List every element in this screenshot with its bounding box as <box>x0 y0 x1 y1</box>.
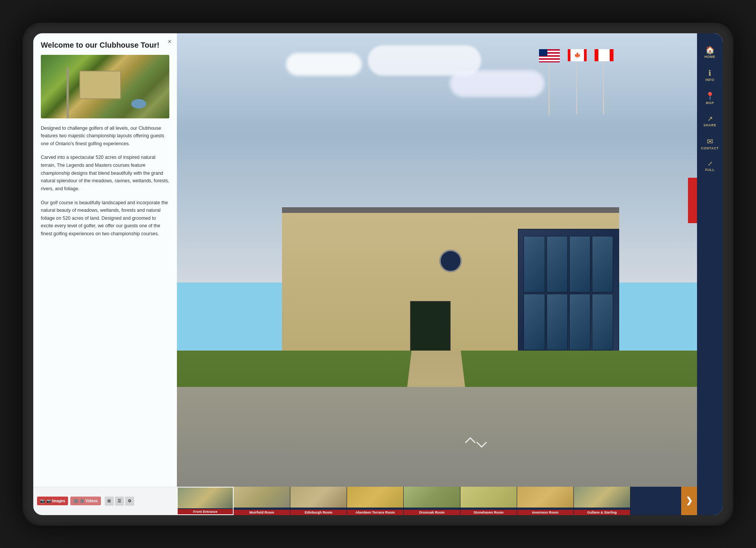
thumb-image-3 <box>290 487 347 508</box>
glass-panel <box>569 236 590 292</box>
flag-pole-2 <box>567 45 587 114</box>
contact-icon: ✉ <box>707 138 713 145</box>
thumb-image-6 <box>460 487 517 508</box>
thumb-gullane[interactable]: Gullane & Sterling <box>574 487 631 515</box>
glass-panel <box>569 294 590 350</box>
videos-button[interactable]: 🎥 🎥 Videos <box>70 497 101 505</box>
tablet-screen: × Welcome to our Clubhouse Tour! Designe… <box>33 33 723 515</box>
sidebar-item-full[interactable]: ⤢ FULL <box>697 155 723 177</box>
glass-panel <box>592 236 613 292</box>
thumb-front-entrance[interactable]: Front Entrance <box>177 487 234 515</box>
fullscreen-icon: ⤢ <box>708 161 713 167</box>
sidebar-item-info[interactable]: ℹ INFO <box>697 64 723 87</box>
glass-panel <box>547 236 568 292</box>
sidebar-item-contact[interactable]: ✉ CONTACT <box>697 132 723 155</box>
panorama-navigation <box>468 438 486 445</box>
thumb-label-8: Gullane & Sterling <box>574 510 630 515</box>
home-icon: 🏠 <box>705 46 715 54</box>
view-controls: ⊞ ☰ ⚙ <box>105 497 134 506</box>
flag-pole-1 <box>538 45 560 115</box>
images-button[interactable]: 📷 📷 Images <box>37 497 68 505</box>
videos-label: 🎥 Videos <box>80 499 98 503</box>
list-view-button[interactable]: ☰ <box>115 497 124 506</box>
next-icon: ❯ <box>686 496 692 506</box>
thumb-inverness[interactable]: Inverness Room <box>517 487 574 515</box>
map-label: MAP <box>706 101 714 105</box>
thumb-label-5: Drumoak Room <box>404 510 460 515</box>
contact-label: CONTACT <box>701 146 719 150</box>
main-building <box>282 211 619 373</box>
map-icon: 📍 <box>705 92 715 100</box>
panel-text-2: Carved into a spectacular 520 acres of i… <box>41 154 169 192</box>
sidebar-item-home[interactable]: 🏠 HOME <box>697 41 723 64</box>
pole-line-1 <box>548 62 550 115</box>
thumb-label-1: Front Entrance <box>178 509 233 514</box>
sidebar-item-share[interactable]: ↗ SHARE <box>697 110 723 132</box>
share-icon: ↗ <box>707 115 713 122</box>
flag-ontario <box>595 49 613 61</box>
thumb-image-5 <box>404 487 460 508</box>
sidebar-item-map[interactable]: 📍 MAP <box>697 87 723 110</box>
aerial-image <box>41 55 169 118</box>
cloud-3 <box>450 70 544 97</box>
filter-button[interactable]: ⚙ <box>125 497 134 506</box>
close-button[interactable]: × <box>167 38 172 46</box>
cloud-1 <box>286 53 362 76</box>
strip-toolbar: 📷 📷 Images 🎥 🎥 Videos ⊞ ☰ ⚙ <box>33 487 177 515</box>
home-label: HOME <box>705 55 716 59</box>
flag-pole-3 <box>593 45 613 114</box>
thumb-label-3: Edinburgh Room <box>290 510 347 515</box>
camera-icon: 📷 <box>40 498 45 503</box>
thumb-label-2: Muirfield Room <box>234 510 290 515</box>
grid-view-button[interactable]: ⊞ <box>105 497 114 506</box>
room-thumbnails: Front Entrance Muirfield Room Edinburgh … <box>177 487 723 515</box>
right-sidebar: 🏠 HOME ℹ INFO 📍 MAP ↗ SHARE ✉ CONTACT ⤢ <box>697 33 723 487</box>
panel-title: Welcome to our Clubhouse Tour! <box>41 41 169 50</box>
share-label: SHARE <box>703 123 716 127</box>
thumb-edinburgh[interactable]: Edinburgh Room <box>290 487 347 515</box>
panel-text-3: Our golf course is beautifully landscape… <box>41 199 169 238</box>
panorama-scene <box>177 33 723 487</box>
next-button[interactable]: ❯ <box>681 487 697 515</box>
pole-line-3 <box>603 61 604 114</box>
thumb-image-7 <box>517 487 573 508</box>
thumb-image-2 <box>234 487 290 508</box>
glass-panel <box>524 294 545 350</box>
thumb-label-7: Inverness Room <box>517 510 573 515</box>
images-label: 📷 Images <box>46 499 65 503</box>
glass-panel <box>592 294 613 350</box>
glass-panel <box>547 294 568 350</box>
thumb-muirfield[interactable]: Muirfield Room <box>234 487 290 515</box>
panel-text-1: Designed to challenge golfers of all lev… <box>41 124 169 148</box>
info-icon: ℹ <box>708 69 711 77</box>
pole-line-2 <box>576 61 577 114</box>
club-emblem <box>439 250 462 272</box>
thumb-label-6: Stonehaven Room <box>460 510 517 515</box>
glass-panel <box>524 236 545 292</box>
thumb-drumoak[interactable]: Drumoak Room <box>404 487 460 515</box>
full-label: FULL <box>705 168 715 172</box>
thumb-image-4 <box>347 487 403 508</box>
thumb-stonehaven[interactable]: Stonehaven Room <box>460 487 517 515</box>
ground-driveway <box>177 387 723 487</box>
video-icon: 🎥 <box>73 498 78 503</box>
thumb-label-4: Aberdeen Terrace Room <box>347 510 403 515</box>
flag-poles <box>538 45 613 115</box>
thumb-image-8 <box>574 487 630 508</box>
building-area <box>204 183 723 373</box>
thumb-image-1 <box>178 487 233 508</box>
tablet-device: × Welcome to our Clubhouse Tour! Designe… <box>23 23 733 526</box>
thumb-aberdeen[interactable]: Aberdeen Terrace Room <box>347 487 404 515</box>
bottom-thumbnail-strip: 📷 📷 Images 🎥 🎥 Videos ⊞ ☰ ⚙ Front Entra <box>33 487 723 515</box>
info-panel: × Welcome to our Clubhouse Tour! Designe… <box>33 33 177 487</box>
glass-panels <box>524 236 613 350</box>
red-accent-bar <box>688 178 697 223</box>
building-roof <box>282 207 619 213</box>
building-glass-section <box>518 229 619 357</box>
info-label: INFO <box>705 78 714 82</box>
flag-us <box>539 49 560 62</box>
flag-canada <box>568 49 587 61</box>
